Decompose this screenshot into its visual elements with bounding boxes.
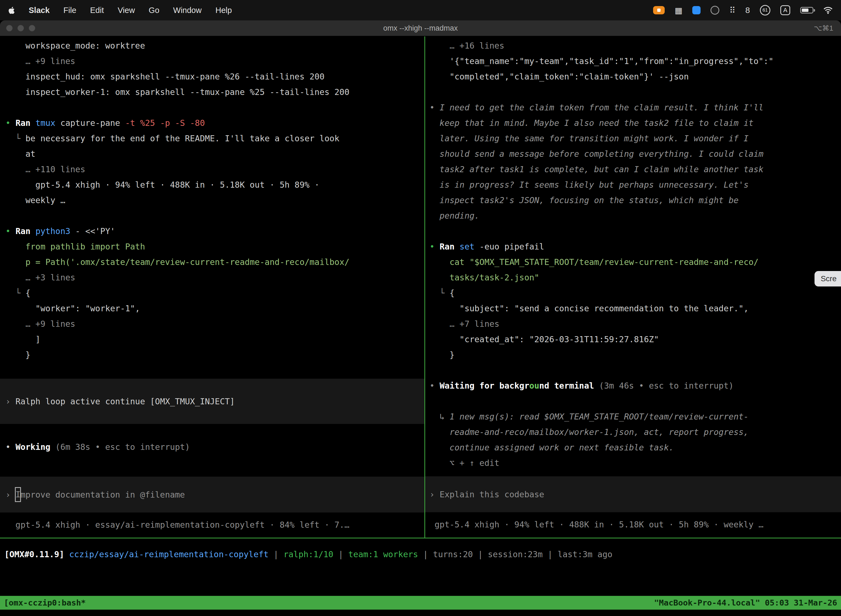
terminal-line: [429, 393, 841, 409]
close-button[interactable]: [6, 25, 13, 31]
menubar-item-view[interactable]: View: [118, 6, 135, 15]
terminal-line: at: [6, 146, 424, 162]
tmux-session-window: [omx-cczip0:bash*: [4, 598, 86, 607]
terminal-line: should send a message before completing …: [429, 146, 841, 162]
terminal-line: … +16 lines: [429, 38, 841, 54]
terminal-line: └ {: [429, 285, 841, 301]
left-model-status: gpt-5.4 xhigh · essay/ai-reimplementatio…: [6, 517, 424, 532]
wifi-icon[interactable]: [823, 7, 833, 14]
prompt-chevron-icon: ›: [6, 397, 15, 406]
terminal-line: task2 after task1 is complete, but can I…: [429, 162, 841, 177]
terminal-line: └ {: [6, 285, 424, 301]
terminal-line: p = Path('.omx/state/team/review-current…: [6, 254, 424, 270]
dots-grid-icon[interactable]: ⠿: [729, 6, 736, 15]
screen-overlay-button[interactable]: Scre: [815, 271, 841, 286]
terminal-line: later. Using the same for transition mig…: [429, 131, 841, 146]
terminal-line: "worker": "worker-1",: [6, 301, 424, 316]
terminal-line: [6, 208, 424, 224]
terminal-line: '{"team_name":"my-team","task_id":"1","f…: [429, 54, 841, 69]
battery-level: [802, 9, 809, 12]
tmux-pane-right[interactable]: … +16 lines '{"team_name":"my-team","tas…: [425, 37, 841, 538]
terminal-line: … +110 lines: [6, 162, 424, 177]
terminal-line: tasks/task-2.json": [429, 270, 841, 285]
terminal-line: [429, 363, 841, 378]
terminal-line: • Waiting for background terminal (3m 46…: [429, 378, 841, 393]
screen-recording-indicator[interactable]: [653, 6, 665, 14]
terminal-line: pending.: [429, 208, 841, 224]
terminal-line: continue assigned work or next feasible …: [429, 440, 841, 455]
left-scrollback: workspace_mode: worktree … +9 lines insp…: [6, 38, 424, 363]
record-dot-icon: [657, 9, 661, 12]
left-queued-message[interactable]: › Ralph loop active continue [OMX_TMUX_I…: [0, 378, 424, 424]
terminal-window: workspace_mode: worktree … +9 lines insp…: [0, 37, 841, 610]
terminal-line: … +7 lines: [429, 316, 841, 332]
menubar-item-file[interactable]: File: [63, 6, 76, 15]
screen: SlackFileEditViewGoWindowHelp ▦ ⠿ 8 61 A…: [0, 0, 841, 610]
terminal-line: … +3 lines: [6, 270, 424, 285]
app-icon-dark[interactable]: [711, 6, 719, 15]
terminal-line: └ be necessary for the end of the README…: [6, 131, 424, 146]
terminal-line: }: [429, 347, 841, 363]
terminal-line: [OMX#0.11.9] cczip/essay/ai-reimplementa…: [4, 547, 841, 562]
terminal-line: ↳ 1 new msg(s): read $OMX_TEAM_STATE_ROO…: [429, 409, 841, 424]
terminal-line: ⌥ + ↑ edit: [429, 455, 841, 471]
menubar-menus: SlackFileEditViewGoWindowHelp: [29, 6, 232, 15]
minimize-button[interactable]: [18, 25, 24, 31]
menubar-item-slack[interactable]: Slack: [29, 6, 50, 15]
window-shortcut-badge: ⌥⌘1: [814, 24, 841, 32]
omx-hud-status: [OMX#0.11.9] cczip/essay/ai-reimplementa…: [4, 547, 841, 562]
terminal-line: … +9 lines: [6, 316, 424, 332]
composer-placeholder: Explain this codebase: [440, 490, 544, 499]
terminal-line: • I need to get the claim token from the…: [429, 100, 841, 115]
menubar-item-help[interactable]: Help: [215, 6, 232, 15]
terminal-line: … +9 lines: [6, 54, 424, 69]
left-composer-input[interactable]: › Improve documentation in @filename: [0, 477, 424, 512]
right-scrollback: … +16 lines '{"team_name":"my-team","tas…: [429, 38, 841, 471]
prompt-chevron-icon: ›: [429, 490, 440, 499]
menubar-left: SlackFileEditViewGoWindowHelp: [8, 6, 232, 15]
zoom-button[interactable]: [29, 25, 35, 31]
window-titlebar[interactable]: omx --xhigh --madmax ⌥⌘1: [0, 21, 841, 37]
macos-menubar: SlackFileEditViewGoWindowHelp ▦ ⠿ 8 61 A: [0, 0, 841, 21]
terminal-line: is in progress? It seems likely but perh…: [429, 177, 841, 193]
terminal-line: }: [6, 347, 424, 363]
app-icon-8[interactable]: 8: [745, 6, 750, 15]
battery-icon[interactable]: [800, 7, 813, 13]
traffic-lights: [0, 25, 35, 31]
terminal-line: inspect_hud: omx sparkshell --tmux-pane …: [6, 69, 424, 84]
terminal-line: keep that in mind. Maybe I also need the…: [429, 115, 841, 131]
tmux-host-clock: "MacBook-Pro-44.local" 05:03 31-Mar-26: [654, 598, 837, 607]
terminal-line: [429, 224, 841, 239]
terminal-line: readme-and-reco/mailbox/worker-1.json, a…: [429, 424, 841, 440]
queued-message-text: Ralph loop active continue [OMX_TMUX_INJ…: [15, 397, 235, 406]
terminal-line: [429, 84, 841, 100]
input-source-icon[interactable]: A: [780, 5, 790, 15]
tmux-pane-left[interactable]: workspace_mode: worktree … +9 lines insp…: [0, 37, 424, 538]
right-composer-input[interactable]: › Explain this codebase: [425, 476, 841, 512]
tmux-panes: workspace_mode: worktree … +9 lines insp…: [0, 37, 841, 538]
terminal-line: • Ran tmux capture-pane -t %25 -p -S -80: [6, 115, 424, 131]
terminal-cursor: I: [15, 488, 21, 502]
apple-menu-icon[interactable]: [8, 6, 15, 14]
terminal-line: workspace_mode: worktree: [6, 38, 424, 54]
terminal-line: "subject": "send a concise recommendatio…: [429, 301, 841, 316]
grid-icon[interactable]: ▦: [675, 6, 682, 15]
terminal-line: cat "$OMX_TEAM_STATE_ROOT/team/review-cu…: [429, 254, 841, 270]
terminal-line: • Ran set -euo pipefail: [429, 239, 841, 254]
terminal-line: "created_at": "2026-03-31T11:59:27.816Z": [429, 332, 841, 347]
menubar-item-go[interactable]: Go: [149, 6, 160, 15]
terminal-line: from pathlib import Path: [6, 239, 424, 254]
terminal-line: • Working (6m 38s • esc to interrupt): [6, 439, 424, 455]
menubar-status-icons: ▦ ⠿ 8 61 A: [653, 5, 833, 15]
battery-percent-badge[interactable]: 61: [760, 5, 771, 15]
terminal-line: "completed","claim_token":"claim-token"}…: [429, 69, 841, 84]
terminal-line: gpt-5.4 xhigh · 94% left · 488K in · 5.1…: [6, 177, 424, 193]
terminal-line: weekly …: [6, 193, 424, 208]
terminal-line: [6, 100, 424, 115]
terminal-line: inspect task2's JSON, focusing on the st…: [429, 193, 841, 208]
app-icon-blue[interactable]: [692, 6, 700, 14]
menubar-item-edit[interactable]: Edit: [90, 6, 104, 15]
terminal-line: inspect_worker-1: omx sparkshell --tmux-…: [6, 84, 424, 100]
terminal-line: ]: [6, 332, 424, 347]
menubar-item-window[interactable]: Window: [173, 6, 202, 15]
